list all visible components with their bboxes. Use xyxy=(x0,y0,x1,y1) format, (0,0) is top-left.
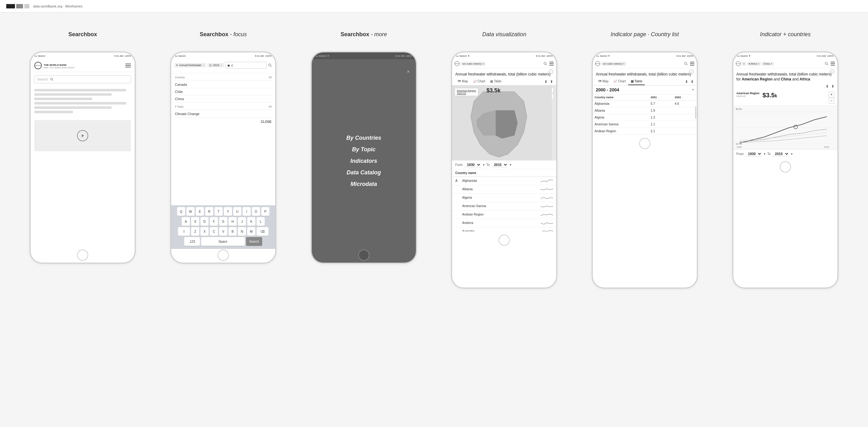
search-input-active[interactable]: ◉ c xyxy=(225,62,267,69)
phone1-home-button[interactable] xyxy=(77,249,88,261)
country-item-chile[interactable]: Chile xyxy=(174,88,272,95)
phone6-info-icon[interactable]: i xyxy=(830,69,834,74)
indicator-tag[interactable]: # Annual freshwater × xyxy=(174,63,206,67)
key-space[interactable]: Space xyxy=(201,237,245,246)
download5-icon[interactable]: ⬇ xyxy=(685,80,688,84)
tr-andean-region[interactable]: Andean Region 2.1 xyxy=(593,128,697,134)
phone5-search-icon[interactable] xyxy=(684,61,688,66)
phone6-search-icon[interactable] xyxy=(824,61,829,66)
menu-item-by-countries[interactable]: By Countries xyxy=(346,135,381,141)
year-chevron[interactable]: ▾ xyxy=(692,88,694,91)
key-p[interactable]: P xyxy=(261,207,269,216)
key-t[interactable]: T xyxy=(215,207,223,216)
phone6-zoom-out[interactable]: − xyxy=(829,98,834,103)
download6-icon[interactable]: ⬇ xyxy=(826,84,829,89)
phone6-zoom-in[interactable]: + xyxy=(829,92,834,97)
tab-map[interactable]: 🗺 Map xyxy=(455,78,470,85)
year-tag-close[interactable]: × xyxy=(220,64,222,67)
close-button[interactable]: CLOSE xyxy=(261,120,272,123)
phone4-indicator-close[interactable]: × xyxy=(482,62,484,65)
key-a[interactable]: A xyxy=(182,217,190,226)
menu-item-data-catalog[interactable]: Data Catalog xyxy=(347,170,381,176)
phone6-africa-close[interactable]: × xyxy=(758,62,760,65)
indicator-tag-close[interactable]: × xyxy=(203,64,205,67)
key-shift[interactable]: ⇧ xyxy=(178,227,190,236)
menu-icon[interactable] xyxy=(125,64,131,67)
key-123[interactable]: .123 xyxy=(184,237,200,246)
from-year-select[interactable]: 1930 xyxy=(465,162,481,167)
phone6-x-tag[interactable]: × xyxy=(742,62,746,66)
share6-icon[interactable]: ⬆ xyxy=(831,84,834,89)
key-h[interactable]: H xyxy=(228,217,237,226)
to-year-select[interactable]: 2015 xyxy=(491,162,508,167)
key-s[interactable]: S xyxy=(191,217,199,226)
phone4-search-icon[interactable] xyxy=(543,61,548,66)
th-2002[interactable]: 2002 ↕ xyxy=(673,94,697,100)
search-icon-2[interactable] xyxy=(268,63,272,67)
phone5-indicator-close[interactable]: × xyxy=(623,62,624,65)
year-tag[interactable]: ◷ 2015 × xyxy=(207,63,224,67)
phone3-home-button[interactable] xyxy=(358,249,369,261)
key-w[interactable]: W xyxy=(186,207,194,216)
key-k[interactable]: K xyxy=(247,217,255,226)
key-z[interactable]: Z xyxy=(191,227,199,236)
key-n[interactable]: N xyxy=(238,227,246,236)
tr-albania[interactable]: Albania 1.9 xyxy=(593,107,697,114)
phone5-info-icon[interactable]: i xyxy=(689,69,694,74)
country-item-china[interactable]: China xyxy=(174,95,272,102)
table-row-algeria[interactable]: Algeria xyxy=(452,194,556,202)
key-b[interactable]: B xyxy=(228,227,237,236)
tr-algeria[interactable]: Algeria 1.3 xyxy=(593,114,697,121)
tab5-table[interactable]: ▦ Table xyxy=(628,78,645,85)
share-icon[interactable]: ⬆ xyxy=(550,80,553,84)
table-row-albania[interactable]: Albania xyxy=(452,185,556,194)
phone3-close-button[interactable]: × xyxy=(405,68,412,75)
region-label[interactable]: American Region2005-03 xyxy=(455,88,478,96)
menu-item-indicators[interactable]: Indicators xyxy=(350,158,377,164)
key-y[interactable]: Y xyxy=(224,207,232,216)
topic-item-climate[interactable]: Climate Change xyxy=(174,111,272,118)
key-search[interactable]: Search xyxy=(246,237,262,246)
tr-afghanista[interactable]: Afghanista 5.7 4.6 xyxy=(593,100,697,107)
tab5-chart[interactable]: 📈 Chart xyxy=(611,78,628,85)
key-u[interactable]: U xyxy=(233,207,241,216)
key-r[interactable]: R xyxy=(205,207,213,216)
key-c[interactable]: C xyxy=(210,227,218,236)
key-l[interactable]: L xyxy=(257,217,265,226)
phone6-africa-tag[interactable]: ♦ Africa × xyxy=(747,62,761,66)
table-row-andorra[interactable]: Andorra xyxy=(452,219,556,227)
phone6-china-tag[interactable]: China × xyxy=(762,62,774,66)
key-x[interactable]: X xyxy=(200,227,209,236)
table-row-american-samoa[interactable]: American Samoa xyxy=(452,202,556,211)
phone4-menu-icon[interactable] xyxy=(549,62,554,65)
th-country-name[interactable]: Country name ↓ xyxy=(593,94,649,100)
from6-year-select[interactable]: 1930 xyxy=(745,152,762,156)
menu-item-by-topic[interactable]: By Topic xyxy=(352,146,375,153)
country-item-canada[interactable]: Canada xyxy=(174,81,272,88)
table-row-afghanista[interactable]: A Afghanista xyxy=(452,177,556,185)
phone5-home-button[interactable] xyxy=(639,138,650,149)
key-e[interactable]: E xyxy=(196,207,204,216)
country-name-header[interactable]: Country name ↕ xyxy=(455,171,478,175)
play-button[interactable] xyxy=(77,130,88,141)
tab5-map[interactable]: 🗺 Map xyxy=(596,78,611,85)
phone5-menu-icon[interactable] xyxy=(690,62,694,65)
key-o[interactable]: O xyxy=(252,207,260,216)
tr-american-samoa[interactable]: American Samoa 1.1 xyxy=(593,121,697,128)
phone6-china-close[interactable]: × xyxy=(771,62,772,65)
table-row-australia[interactable]: Australia xyxy=(452,227,556,232)
key-backspace[interactable]: ⌫ xyxy=(257,227,269,236)
tab-chart[interactable]: 📈 Chart xyxy=(470,78,488,85)
download-icon[interactable]: ⬇ xyxy=(545,80,548,84)
key-j[interactable]: J xyxy=(238,217,246,226)
menu-item-microdata[interactable]: Microdata xyxy=(350,181,377,187)
th-2001[interactable]: 2001 ↕ xyxy=(649,94,673,100)
key-q[interactable]: Q xyxy=(177,207,185,216)
key-i[interactable]: I xyxy=(243,207,251,216)
phone4-home-button[interactable] xyxy=(499,235,510,246)
to6-year-select[interactable]: 2015 xyxy=(773,152,789,156)
phone6-home-button[interactable] xyxy=(780,161,791,173)
phone5-indicator-tag[interactable]: ion cubic meters) × xyxy=(601,62,626,66)
key-m[interactable]: M xyxy=(247,227,255,236)
phone4-indicator-tag[interactable]: ion cubic meters) × xyxy=(461,62,486,66)
